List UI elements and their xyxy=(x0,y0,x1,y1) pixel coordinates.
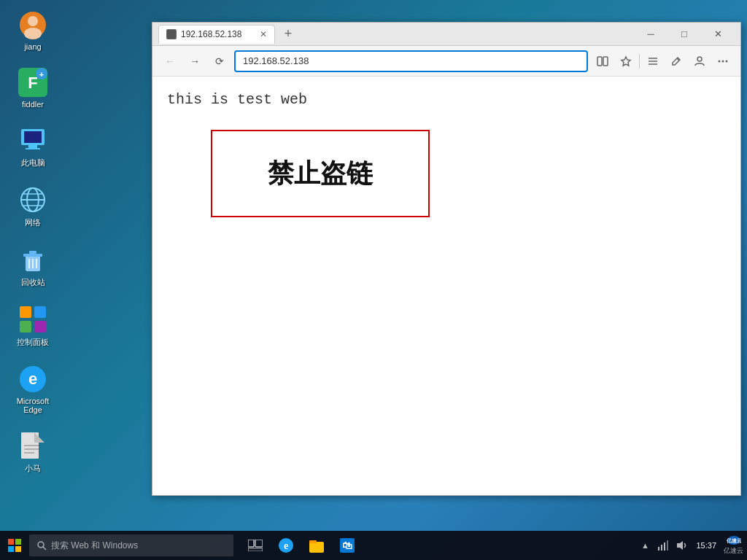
svg-rect-52 xyxy=(255,540,263,547)
address-bar[interactable] xyxy=(234,50,588,72)
svg-text:e: e xyxy=(284,540,288,551)
taskbar-edge-app[interactable]: e xyxy=(271,531,301,560)
browser-window: 192.168.52.138 ✕ + ─ □ ✕ ← → ⟳ xyxy=(152,22,741,496)
back-button[interactable]: ← xyxy=(160,51,180,71)
svg-text:e: e xyxy=(28,370,37,388)
file-label: 小马 xyxy=(25,463,41,474)
svg-rect-33 xyxy=(167,30,176,39)
browser-titlebar: 192.168.52.138 ✕ + ─ □ ✕ xyxy=(152,23,740,46)
minimize-button[interactable]: ─ xyxy=(634,23,667,46)
tray-volume-icon[interactable] xyxy=(674,538,689,553)
menu-icon[interactable] xyxy=(643,51,663,71)
control-panel-label: 控制面板 xyxy=(17,337,49,348)
jiang-label: jiang xyxy=(24,42,41,51)
recycle-label: 回收站 xyxy=(21,277,45,288)
svg-line-50 xyxy=(43,547,46,550)
hotlink-protection-box: 禁止盗链 xyxy=(211,130,430,217)
tray-brand[interactable]: 亿速云 亿速云 xyxy=(724,535,743,556)
toolbar-icons xyxy=(592,51,733,71)
svg-rect-45 xyxy=(8,539,14,545)
reload-button[interactable]: ⟳ xyxy=(209,51,230,71)
svg-point-44 xyxy=(726,60,728,62)
tab-title: 192.168.52.138 xyxy=(181,29,241,39)
svg-point-42 xyxy=(719,60,721,62)
svg-rect-34 xyxy=(597,57,602,66)
tray-network-icon[interactable] xyxy=(656,538,670,553)
jiang-icon xyxy=(18,10,47,39)
file-icon xyxy=(18,431,47,460)
svg-rect-9 xyxy=(28,145,37,148)
svg-marker-64 xyxy=(677,541,683,550)
network-icon xyxy=(18,185,47,214)
desktop-icon-recycle[interactable]: 回收站 xyxy=(7,242,58,291)
tray-arrow-icon[interactable]: ▲ xyxy=(638,538,652,553)
taskbar: 搜索 Web 和 Windows e xyxy=(0,531,747,560)
svg-rect-60 xyxy=(658,547,659,551)
search-placeholder-text: 搜索 Web 和 Windows xyxy=(51,540,138,552)
desktop-icons-container: jiang F + fiddler xyxy=(7,7,58,477)
account-icon[interactable] xyxy=(689,51,710,71)
svg-rect-35 xyxy=(603,57,608,66)
favorites-icon[interactable] xyxy=(616,51,636,71)
fiddler-icon: F + xyxy=(18,68,47,97)
toolbar-divider xyxy=(639,54,640,69)
svg-rect-22 xyxy=(20,306,31,318)
computer-icon xyxy=(18,125,47,155)
svg-rect-23 xyxy=(34,306,46,318)
svg-rect-53 xyxy=(248,548,263,551)
svg-rect-51 xyxy=(248,540,254,547)
taskbar-search[interactable]: 搜索 Web 和 Windows xyxy=(29,534,233,556)
desktop-icon-jiang[interactable]: jiang xyxy=(7,7,58,54)
edge-icon: e xyxy=(18,365,47,394)
desktop-icon-computer[interactable]: 此电脑 xyxy=(7,122,58,171)
desktop: jiang F + fiddler xyxy=(0,0,747,560)
desktop-icon-file[interactable]: 小马 xyxy=(7,428,58,477)
svg-rect-18 xyxy=(29,251,36,254)
tray-time[interactable]: 15:37 xyxy=(692,541,720,550)
svg-text:+: + xyxy=(39,70,44,79)
time-display: 15:37 xyxy=(696,541,716,550)
svg-rect-62 xyxy=(664,542,665,551)
svg-point-1 xyxy=(28,16,38,26)
page-main-text: this is test web xyxy=(167,91,726,108)
svg-text:F: F xyxy=(28,74,37,92)
desktop-icon-control[interactable]: 控制面板 xyxy=(7,302,58,351)
taskbar-store-app[interactable]: 🛍 xyxy=(333,531,362,560)
desktop-icon-fiddler[interactable]: F + fiddler xyxy=(7,65,58,112)
window-controls: ─ □ ✕ xyxy=(634,23,735,46)
taskbar-explorer-app[interactable] xyxy=(302,531,331,560)
svg-rect-17 xyxy=(23,254,42,257)
svg-point-43 xyxy=(722,60,724,62)
svg-rect-48 xyxy=(15,546,21,552)
close-button[interactable]: ✕ xyxy=(701,23,735,46)
taskbar-apps: e 🛍 xyxy=(241,531,362,560)
tab-favicon-icon xyxy=(166,29,177,39)
svg-rect-10 xyxy=(26,148,40,149)
desktop-icon-edge[interactable]: e MicrosoftEdge xyxy=(7,362,58,417)
browser-tab[interactable]: 192.168.52.138 ✕ xyxy=(158,25,275,44)
new-tab-button[interactable]: + xyxy=(278,24,298,44)
desktop-icon-network[interactable]: 网络 xyxy=(7,182,58,231)
svg-rect-8 xyxy=(24,131,42,143)
tab-close-button[interactable]: ✕ xyxy=(260,29,267,39)
svg-text:亿速云: 亿速云 xyxy=(727,537,741,543)
svg-point-41 xyxy=(697,57,702,61)
svg-rect-24 xyxy=(20,321,31,332)
start-button[interactable] xyxy=(0,531,29,560)
svg-rect-25 xyxy=(34,321,46,332)
svg-rect-46 xyxy=(15,539,21,545)
svg-marker-36 xyxy=(622,57,630,66)
svg-point-2 xyxy=(24,28,42,39)
maximize-button[interactable]: □ xyxy=(667,23,701,46)
edit-icon[interactable] xyxy=(666,51,686,71)
svg-rect-56 xyxy=(309,542,324,553)
brand-label: 亿速云 xyxy=(724,546,743,556)
reading-view-icon[interactable] xyxy=(592,51,613,71)
svg-rect-63 xyxy=(667,540,668,551)
computer-label: 此电脑 xyxy=(21,158,45,168)
taskbar-task-view[interactable] xyxy=(241,531,270,560)
edge-label: MicrosoftEdge xyxy=(17,397,50,414)
svg-rect-57 xyxy=(309,540,317,543)
more-icon[interactable] xyxy=(713,51,733,71)
forward-button[interactable]: → xyxy=(185,51,205,71)
